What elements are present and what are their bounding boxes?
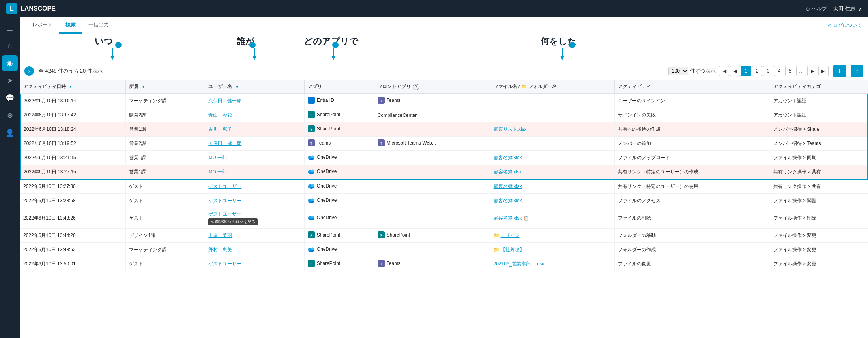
expand-button[interactable]: › [24,66,34,76]
cell-activity: サインインの失敗 [614,108,770,122]
cell-dept: 営業1課 [126,122,205,137]
tab-export[interactable]: 一括出力 [82,17,115,34]
cell-datetime: 2022年6月10日 13:44:26 [20,229,126,243]
settings-button[interactable]: ≡ [851,65,863,77]
user-link[interactable]: ゲストユーザー [208,261,241,267]
svg-point-42 [311,216,314,219]
cell-datetime: 2022年6月10日 13:27:15 [20,165,126,180]
filename-link[interactable]: デザイン [501,233,520,238]
cell-datetime: 2022年6月10日 13:43:26 [20,208,126,229]
sidebar-item-chat[interactable]: 💬 [2,90,18,106]
cell-datetime: 2022年6月10日 13:50:01 [20,257,126,271]
sidebar-item-person[interactable]: 👤 [2,125,18,141]
cell-datetime: 2022年6月10日 13:16:14 [20,94,126,108]
filename-link[interactable]: 【社外秘】 [501,247,524,252]
svg-point-11 [249,42,256,48]
cell-dept: 開発2課 [126,108,205,122]
cell-filename: 顧客名簿.xlsx [490,165,614,180]
user-link[interactable]: 久保田 健一郎 [208,141,241,146]
tooltip-popup[interactable]: ⊙ 前後30分のログを見る [208,218,257,225]
filename-link[interactable]: 顧客名簿.xlsx [494,155,522,160]
cell-app: S SharePoint [304,229,374,243]
cell-datetime: 2022年6月10日 13:18:24 [20,122,126,137]
page-first-button[interactable]: |◀ [719,66,729,76]
per-page-dropdown[interactable]: 100 50 20 [668,67,688,75]
col-front-app: フロントアプリ ? [374,80,490,94]
itsu-arrow [110,48,114,60]
cell-category: メンバー招待 > Teams [770,137,868,151]
filename-link[interactable]: 顧客リスト.xlsx [494,126,527,132]
sort-icon-user[interactable]: ▼ [235,84,239,89]
user-link[interactable]: ゲストユーザー [208,211,241,217]
filename-link[interactable]: 顧客名簿.xlsx [494,169,522,175]
cell-dept: 営業2課 [126,137,205,151]
log-about-link[interactable]: ⊙ ログについて [828,22,862,29]
cell-dept: 営業1課 [126,165,205,180]
user-link[interactable]: 野村 恵美 [208,247,232,252]
cell-datetime: 2022年6月10日 13:27:30 [20,179,126,194]
nani-hline [454,41,690,49]
page-4-button[interactable]: 4 [774,66,784,76]
table-container: アクティビティ日時 ▼ 所属 ▼ ユーザー名 ▼ アプリ フロントアプリ ? フ… [20,80,868,338]
user-link[interactable]: 青山 彩花 [208,112,232,118]
sidebar-item-chart[interactable]: ◉ [2,55,18,71]
col-activity: アクティビティ [614,80,770,94]
table-row: 2022年6月10日 13:21:15営業1課MO 一郎 OneDrive顧客名… [20,151,868,165]
sidebar-item-home[interactable]: ⌂ [2,38,18,54]
page-3-button[interactable]: 3 [763,66,773,76]
page-1-button[interactable]: 1 [741,66,751,76]
user-link[interactable]: 土屋 美羽 [208,233,232,238]
page-prev-button[interactable]: ◀ [730,66,740,76]
cell-filename: 顧客リスト.xlsx [490,122,614,137]
cell-user: MO 一郎 [205,151,304,165]
download-button[interactable]: ⬇ [833,65,846,77]
svg-text:S: S [310,261,312,266]
app-icon: OneDrive [308,246,337,253]
toolbar-row: › 全 4248 件のうち 20 件表示 100 50 20 件ずつ表示 |◀ … [20,62,868,80]
filename-link[interactable]: 202106_営業本部....xlsx [494,261,544,267]
table-row: 2022年6月10日 13:27:30ゲストゲストユーザー OneDrive顧客… [20,179,868,194]
sidebar-item-person-add[interactable]: ⊕ [2,107,18,123]
front-app-help-icon[interactable]: ? [413,84,419,90]
user-link[interactable]: 古川 恵子 [208,126,232,132]
cell-filename: 202106_営業本部....xlsx [490,257,614,271]
user-info[interactable]: 太田 仁志 ∨ [833,5,862,12]
sort-icon-dept[interactable]: ▼ [142,84,146,89]
svg-point-39 [311,199,314,201]
help-link[interactable]: ⊙ ヘルプ [806,5,827,12]
filename-link[interactable]: 顧客名簿.xlsx [494,215,522,221]
sort-icon[interactable]: ▼ [69,84,73,89]
user-link[interactable]: 久保田 健一郎 [208,98,241,103]
user-link[interactable]: MO 一郎 [208,169,227,175]
cell-filename: 顧客名簿.xlsx [490,151,614,165]
user-link[interactable]: MO 一郎 [208,155,227,160]
sidebar-item-arrow[interactable]: ➤ [2,73,18,88]
cell-app: T Teams [304,137,374,151]
user-link[interactable]: ゲストユーザー [208,184,241,189]
cell-datetime: 2022年6月10日 13:17:42 [20,108,126,122]
cell-dept: ゲスト [126,208,205,229]
tab-report[interactable]: レポート [26,17,59,34]
page-last-button[interactable]: ▶| [818,66,829,76]
page-5-button[interactable]: 5 [785,66,795,76]
cell-dept: 営業1課 [126,151,205,165]
page-2-button[interactable]: 2 [752,66,762,76]
col-category: アクティビティカテゴ [770,80,868,94]
copy-icon[interactable]: 📋 [524,216,529,220]
tab-search[interactable]: 検索 [59,17,82,34]
cell-activity: 共有リンク（特定のユーザー）の使用 [614,179,770,194]
cell-dept: ゲスト [126,179,205,194]
cell-datetime: 2022年6月10日 13:28:58 [20,194,126,208]
sidebar-item-menu[interactable]: ☰ [2,21,18,36]
app-icon: S SharePoint [308,231,340,238]
filename-link[interactable]: 顧客名簿.xlsx [494,198,522,203]
cell-user: ゲストユーザー⊙ 前後30分のログを見る [205,208,304,229]
cell-user: ゲストユーザー [205,194,304,208]
filename-link[interactable]: 顧客名簿.xlsx [494,184,522,189]
user-link[interactable]: ゲストユーザー [208,198,241,203]
itsu-hline [59,41,178,49]
info-circle-icon: ⊙ [828,23,832,28]
cell-app: S SharePoint [304,122,374,137]
cell-category: ファイル操作 > 変更 [770,257,868,271]
page-next-button[interactable]: ▶ [807,66,817,76]
